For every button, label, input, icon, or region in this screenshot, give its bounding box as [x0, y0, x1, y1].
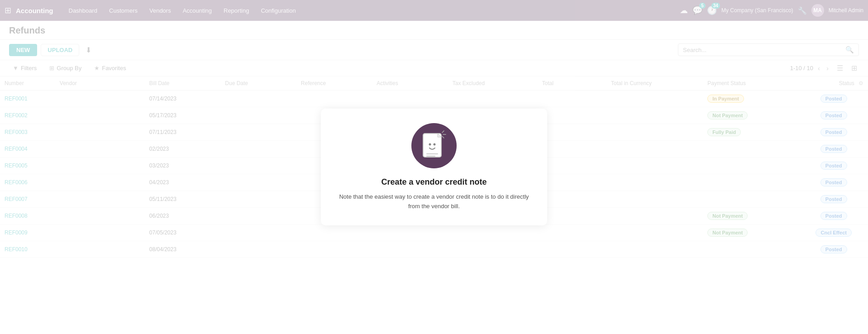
svg-line-7	[442, 136, 444, 138]
create-dialog-card: Create a vendor credit note Note that th…	[321, 109, 547, 226]
svg-point-1	[429, 143, 431, 145]
svg-rect-4	[426, 156, 435, 157]
svg-rect-3	[426, 153, 438, 154]
svg-line-5	[442, 131, 444, 133]
svg-point-2	[434, 143, 436, 145]
dialog-icon-wrap	[411, 123, 457, 168]
dialog-body: Note that the easiest way to create a ve…	[339, 192, 529, 211]
create-dialog-overlay: Create a vendor credit note Note that th…	[0, 0, 868, 258]
dialog-title: Create a vendor credit note	[339, 177, 529, 187]
document-icon	[420, 130, 448, 162]
